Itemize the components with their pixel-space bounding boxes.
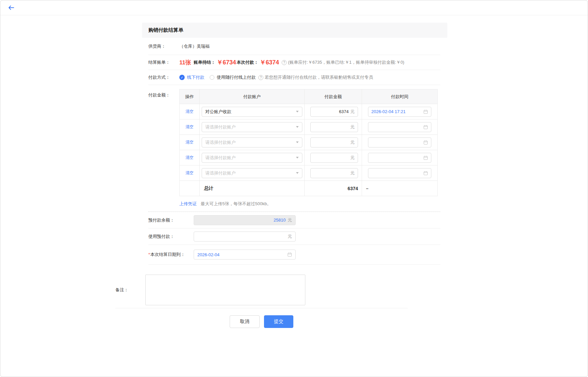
settle-date-picker[interactable]: 2026-02-04: [194, 250, 296, 260]
header-amount: 付款金额: [305, 89, 362, 104]
payment-method-options: ✓ 线下付款 使用随行付线上付款 ? 若您想开通随行付在线付款，请联系银豹销售或…: [179, 74, 373, 80]
payment-account-select[interactable]: 请选择付款账户: [202, 137, 302, 147]
remark-label: 备注：: [115, 287, 145, 293]
settle-date-label: *本次结算日期到：: [148, 252, 194, 258]
footer-empty-cell: [180, 181, 200, 196]
clear-row-button[interactable]: 清空: [186, 155, 194, 160]
action-buttons: 取消 提交: [115, 315, 408, 328]
bill-count: 11张: [179, 59, 191, 66]
calendar-icon: [423, 155, 428, 160]
payment-time-picker[interactable]: [368, 122, 431, 132]
total-amount: 6374: [305, 181, 362, 196]
calendar-icon: [423, 125, 428, 129]
amount-unit: 元: [350, 124, 355, 130]
radio-online-label: 使用随行付线上付款: [217, 74, 256, 80]
payment-method-hint: 若您想开通随行付在线付款，请联系银豹销售或支付专员: [265, 74, 373, 80]
use-prepaid-row: 使用预付款： 元: [148, 229, 440, 245]
calendar-icon: [423, 171, 428, 175]
back-button[interactable]: [8, 4, 15, 11]
settlement-label: 结算账单：: [148, 59, 179, 65]
clear-row-button[interactable]: 清空: [186, 140, 194, 144]
payment-amount-body: 操作 付款账户 付款金额 付款时间 清空 对公账: [179, 89, 438, 207]
payment-amount-input[interactable]: 元: [310, 137, 358, 147]
chevron-down-icon: [296, 111, 299, 112]
page-title: 购销付款结算单: [148, 27, 183, 33]
payment-amount-section: 付款金额： 操作 付款账户 付款金额 付款时间: [148, 85, 440, 212]
payment-time-picker[interactable]: 2026-02-04 17:21: [368, 107, 431, 117]
payment-method-label: 付款方式：: [148, 74, 179, 80]
payment-amount-input[interactable]: 元: [310, 153, 358, 163]
payment-amount-input[interactable]: 元: [310, 122, 358, 132]
header-action: 操作: [180, 89, 200, 104]
payment-table: 操作 付款账户 付款金额 付款时间 清空 对公账: [179, 89, 438, 196]
amount-unit: 元: [288, 234, 292, 240]
settlement-page: 购销付款结算单 供货商： （仓库）吴瑞福 结算账单： 11张 账单待结： ￥67…: [0, 0, 588, 377]
pending-label: 账单待结：: [194, 59, 215, 65]
payment-time-picker[interactable]: [368, 168, 431, 178]
upload-hint: 最大可上传5张，每张不超过500kb。: [201, 201, 271, 207]
current-amount: ￥6374: [260, 58, 279, 66]
payment-account-select[interactable]: 对公账户收款: [202, 107, 302, 117]
table-footer-row: 总计 6374 –: [180, 181, 438, 196]
prepaid-balance-input: 25810 元: [194, 215, 296, 225]
clear-row-button[interactable]: 清空: [186, 124, 194, 129]
pending-amount: ￥6734: [217, 58, 236, 66]
payment-account-select[interactable]: 请选择付款账户: [202, 122, 302, 132]
chevron-down-icon: [296, 172, 299, 174]
settle-date-value: 2026-02-04: [197, 252, 220, 257]
amount-unit: 元: [350, 155, 355, 161]
question-circle-icon[interactable]: ?: [282, 60, 287, 65]
supplier-value: （仓库）吴瑞福: [179, 43, 210, 49]
settle-date-row: *本次结算日期到： 2026-02-04: [148, 245, 440, 265]
header-account: 付款账户: [200, 89, 305, 104]
submit-button[interactable]: 提交: [264, 315, 293, 328]
amount-unit: 元: [350, 109, 355, 115]
cancel-button[interactable]: 取消: [230, 315, 260, 328]
required-asterisk: *: [148, 252, 150, 257]
header-time: 付款时间: [362, 89, 438, 104]
table-row: 清空 请选择付款账户: [180, 150, 438, 165]
payment-amount-label: 付款金额：: [148, 92, 179, 98]
prepaid-balance-row: 预付款余额： 25810 元: [148, 212, 440, 229]
remark-and-actions: 备注： 取消 提交: [115, 275, 408, 328]
payment-amount-value: 6374: [339, 109, 349, 114]
remark-textarea[interactable]: [145, 275, 305, 305]
payment-time-picker[interactable]: [368, 137, 431, 147]
settlement-note: (账单应付:￥6735，账单已结:￥1，账单待审核付款金额:￥0): [288, 59, 404, 65]
payment-time-value: 2026-02-04 17:21: [371, 109, 406, 114]
use-prepaid-input[interactable]: 元: [194, 232, 296, 242]
calendar-icon: [423, 140, 428, 145]
calendar-icon: [423, 109, 428, 114]
upload-voucher-link[interactable]: 上传凭证: [179, 201, 197, 207]
payment-table-header: 操作 付款账户 付款金额 付款时间: [180, 89, 438, 104]
settlement-summary: 11张 账单待结： ￥6734 本次付款： ￥6374 ? (账单应付:￥673…: [179, 58, 404, 66]
payment-method-row: 付款方式： ✓ 线下付款 使用随行付线上付款 ? 若您想开通随行付在线付款，请联…: [148, 70, 440, 85]
radio-offline-label: 线下付款: [187, 74, 204, 80]
clear-row-button[interactable]: 清空: [186, 170, 194, 175]
payment-account-select[interactable]: 请选择付款账户: [202, 153, 302, 163]
settlement-form: 供货商： （仓库）吴瑞福 结算账单： 11张 账单待结： ￥6734 本次付款：…: [148, 38, 440, 265]
table-row: 清空 请选择付款账户: [180, 135, 438, 150]
payment-account-placeholder: 请选择付款账户: [205, 139, 236, 145]
table-row: 清空 请选择付款账户: [180, 165, 438, 181]
panel-header: 购销付款结算单: [142, 23, 447, 38]
payment-amount-input[interactable]: 元: [310, 168, 358, 178]
supplier-label: 供货商：: [148, 43, 179, 49]
payment-account-select[interactable]: 请选择付款账户: [202, 168, 302, 178]
table-row: 清空 请选择付款账户: [180, 119, 438, 135]
bottom-divider: [115, 308, 408, 308]
payment-amount-input[interactable]: 6374 元: [310, 107, 358, 117]
payment-time-picker[interactable]: [368, 153, 431, 163]
radio-online-payment[interactable]: 使用随行付线上付款: [210, 74, 256, 80]
amount-unit: 元: [350, 170, 355, 176]
upload-voucher-line: 上传凭证 最大可上传5张，每张不超过500kb。: [179, 201, 438, 207]
radio-offline-payment[interactable]: ✓ 线下付款: [179, 74, 204, 80]
main-content: 购销付款结算单 供货商： （仓库）吴瑞福 结算账单： 11张 账单待结： ￥67…: [142, 23, 447, 265]
use-prepaid-label: 使用预付款：: [148, 234, 194, 240]
clear-row-button[interactable]: 清空: [186, 109, 194, 114]
total-label: 总计: [200, 181, 305, 196]
question-circle-icon[interactable]: ?: [258, 75, 263, 80]
prepaid-balance-value: 25810: [274, 218, 286, 223]
chevron-down-icon: [296, 126, 299, 128]
current-label: 本次付款：: [237, 59, 258, 65]
